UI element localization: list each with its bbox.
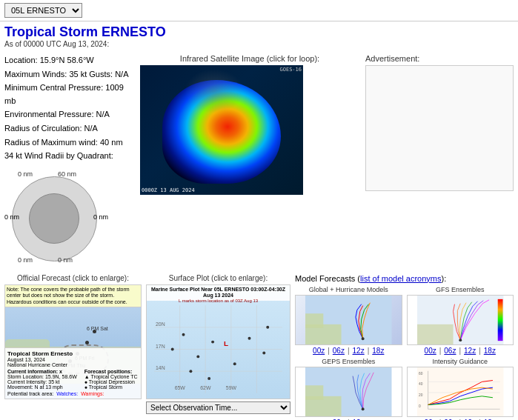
svg-point-34 [459, 339, 462, 341]
svg-text:14N: 14N [156, 365, 165, 370]
svg-point-18 [248, 336, 251, 339]
global-model-links: 00z | 06z | 12z | 18z [295, 347, 402, 355]
gfs-18z-link[interactable]: 18z [484, 347, 496, 355]
global-model-image[interactable] [295, 295, 402, 345]
global-12z-link[interactable]: 12z [353, 347, 365, 355]
pressure-text: Minimum Central Pressure: 1009 mb [4, 81, 134, 107]
gfs-model-links: 00z | 06z | 12z | 18z [407, 347, 514, 355]
surface-panel: Surface Plot (click to enlarge): Marine … [146, 274, 290, 420]
svg-text:65W: 65W [175, 385, 186, 390]
storm-info: Location: 15.9°N 58.6°W Maximum Winds: 3… [4, 54, 134, 163]
models-header: Model Forecasts (list of model acronyms)… [295, 274, 514, 283]
radius-max-wind-text: Radius of Maximum wind: 40 nm [4, 136, 134, 150]
svg-text:20: 20 [418, 393, 422, 397]
gfs-model-image[interactable] [407, 295, 514, 345]
radii-nw: 0 nm [18, 170, 33, 178]
global-06z-link[interactable]: 06z [333, 347, 345, 355]
main-title: Tropical Storm ERNESTO [0, 21, 518, 40]
svg-rect-30 [305, 385, 323, 399]
forecast-image[interactable]: 6 PM Thu 6 PM Fri 6 PM Sat Note: The con… [4, 284, 142, 399]
ad-box [365, 65, 514, 191]
top-bar: 05L ERNESTO [0, 0, 518, 21]
svg-point-23 [266, 326, 269, 329]
svg-point-16 [211, 340, 214, 343]
global-hurricane-label: Global + Hurricane Models [295, 286, 402, 293]
storm-select[interactable]: 05L ERNESTO [4, 3, 82, 18]
svg-point-21 [171, 347, 174, 350]
models-link[interactable]: list of model acronyms [360, 274, 441, 283]
gfs-12z-link[interactable]: 12z [464, 347, 476, 355]
svg-rect-35 [497, 299, 502, 341]
gfs-ensembles-label: GFS Ensembles [407, 286, 514, 293]
svg-text:L: L [224, 339, 228, 347]
ad-label: Advertisement: [365, 54, 514, 63]
center-panel: Infrared Satellite Image (click for loop… [140, 54, 359, 265]
location-text: Location: 15.9°N 58.6°W [4, 54, 134, 67]
svg-point-20 [262, 351, 265, 354]
gfs-06z-link[interactable]: 06z [444, 347, 456, 355]
svg-point-22 [207, 377, 210, 380]
intensity-label: Intensity Guidance [407, 358, 514, 365]
gfs-00z-link[interactable]: 00z [425, 347, 436, 355]
svg-point-19 [189, 370, 192, 373]
left-panel: Location: 15.9°N 58.6°W Maximum Winds: 3… [4, 54, 134, 265]
observation-time-select[interactable]: Select Observation Time... [146, 401, 290, 414]
svg-text:0: 0 [418, 404, 420, 408]
global-00z-link[interactable]: 00z [313, 347, 325, 355]
satellite-image[interactable]: 0000Z 13 AUG 2024 GOES-16 [140, 65, 303, 195]
svg-point-31 [362, 407, 365, 410]
surface-image[interactable]: Marine Surface Plot Near 05L ERNESTO 03:… [146, 284, 290, 399]
geps-model-image[interactable] [295, 367, 402, 417]
geps-label: GEPS Ensembles [295, 358, 402, 365]
satellite-section: Infrared Satellite Image (click for loop… [140, 54, 359, 195]
svg-point-27 [362, 337, 365, 340]
wind-radii-label: 34 kt Wind Radii by Quadrant: [4, 150, 134, 163]
global-18z-link[interactable]: 18z [372, 347, 384, 355]
models-label: Model Forecasts ( [295, 274, 360, 283]
svg-rect-33 [417, 324, 454, 344]
intensity-model-image[interactable]: 60 40 20 0 [407, 367, 514, 417]
svg-text:40: 40 [418, 382, 422, 386]
satellite-label: Infrared Satellite Image (click for loop… [140, 54, 359, 63]
svg-point-15 [196, 355, 199, 358]
winds-text: Maximum Winds: 35 kt Gusts: N/A [4, 68, 134, 81]
env-pressure-text: Environmental Pressure: N/A [4, 108, 134, 121]
subtitle: As of 00000 UTC Aug 13, 2024: [0, 40, 518, 51]
svg-text:60: 60 [418, 371, 422, 375]
svg-text:62W: 62W [200, 385, 211, 390]
right-panel: Advertisement: [365, 54, 514, 265]
svg-text:17N: 17N [156, 343, 165, 348]
svg-rect-26 [305, 313, 323, 327]
radius-circulation-text: Radius of Circulation: N/A [4, 122, 134, 136]
radii-sw: 0 nm [18, 256, 33, 264]
svg-text:20N: 20N [156, 321, 165, 327]
radii-ne: 60 nm [58, 170, 76, 178]
svg-text:59W: 59W [226, 385, 237, 390]
forecast-panel: Official Forecast (click to enlarge): 6 [4, 274, 142, 420]
wind-radii-diagram: 60 nm 0 nm 0 nm 0 nm 0 nm 0 nm [4, 169, 108, 265]
forecast-label[interactable]: Official Forecast (click to enlarge): [4, 274, 142, 282]
models-panel: Model Forecasts (list of model acronyms)… [295, 274, 514, 420]
surface-label[interactable]: Surface Plot (click to enlarge): [146, 274, 290, 282]
svg-point-17 [233, 362, 236, 365]
svg-point-14 [182, 333, 185, 336]
radii-se: 0 nm [58, 256, 73, 264]
